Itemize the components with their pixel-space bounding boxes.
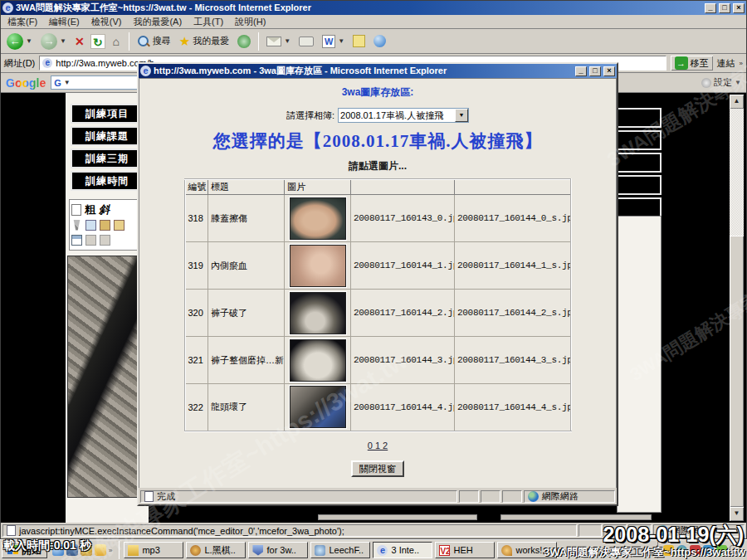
print-icon	[299, 37, 314, 46]
gear-icon	[701, 78, 711, 88]
filename-link[interactable]: 20080117_160144_3.jpg	[351, 337, 455, 384]
quicklaunch-chevron-icon[interactable]: »	[109, 547, 112, 554]
horizontal-scrollbar-segment[interactable]	[500, 514, 652, 520]
task-internet-explorer[interactable]: e3 Inte..	[373, 542, 432, 558]
photo-thumbnail[interactable]	[290, 292, 346, 334]
scroll-down-icon[interactable]: ▼	[730, 507, 744, 521]
background-table-row	[617, 153, 662, 173]
filename-link[interactable]: 20080117_160144_2_s.jpg	[455, 290, 571, 337]
refresh-button[interactable]: ↻	[90, 34, 105, 49]
document-icon	[144, 491, 154, 502]
filename-link[interactable]: 20080117_160144_4_s.jpg	[455, 384, 571, 431]
new-document-icon[interactable]	[71, 204, 81, 216]
google-dropdown-icon[interactable]: ▼	[64, 79, 71, 86]
vertical-scrollbar[interactable]: ▲ ▼	[730, 95, 744, 521]
mail-button[interactable]: ▼	[264, 35, 293, 48]
menu-edit[interactable]: 編輯(E)	[49, 16, 80, 28]
menu-file[interactable]: 檔案(F)	[7, 16, 37, 28]
filename-link[interactable]: 20080117_160144_3_s.jpg	[455, 337, 571, 384]
insert-table-icon[interactable]	[71, 235, 82, 246]
outlook-quicklaunch-icon[interactable]	[95, 544, 106, 556]
google-settings-button[interactable]: 設定 ▼	[701, 76, 741, 89]
back-dropdown-icon[interactable]: ▼	[26, 37, 32, 45]
app-icon	[190, 545, 201, 556]
album-select[interactable]: 2008.01.17車禍.人被撞飛 ▼	[338, 108, 469, 123]
popup-status-bar: 完成 網際網路	[139, 488, 617, 504]
links-chevron-icon[interactable]: »	[740, 60, 743, 67]
forward-button[interactable]: →▼	[38, 32, 69, 51]
horizontal-scrollbar-segment[interactable]	[318, 514, 477, 520]
wysiwyg-editor-toolbar: 粗 斜	[69, 199, 145, 251]
cut-icon[interactable]	[71, 220, 82, 231]
filename-link[interactable]: 20080117_160144_1_s.jpg	[455, 242, 571, 290]
popup-close-button[interactable]: ×	[603, 66, 615, 76]
notes-button[interactable]	[350, 33, 368, 49]
filename-link[interactable]: 20080117_160144_0_s.jpg	[455, 195, 571, 242]
menu-favorites[interactable]: 我的最愛(A)	[133, 16, 182, 28]
filename-link[interactable]: 20080117_160144_2.jpg	[351, 290, 455, 337]
table-row: 321 褲子整個磨掉…新的 20080117_160144_3.jpg 2008…	[185, 337, 571, 384]
task-heh[interactable]: V2HEH	[435, 542, 495, 558]
stop-button[interactable]: ✕	[72, 34, 87, 49]
task-app-2[interactable]: for 3w..	[248, 542, 308, 558]
task-app-1[interactable]: L.黑棋..	[186, 542, 246, 558]
paste-word-icon[interactable]	[114, 220, 124, 231]
forward-dropdown-icon[interactable]: ▼	[60, 37, 66, 45]
sidebar-item-training-4[interactable]: 訓練時間	[71, 171, 144, 191]
menu-tools[interactable]: 工具(T)	[193, 16, 223, 28]
photo-thumbnail[interactable]	[290, 197, 346, 240]
task-mp3[interactable]: mp3	[124, 542, 183, 558]
minimize-button[interactable]: _	[705, 3, 716, 13]
menu-help[interactable]: 說明(H)	[235, 16, 266, 28]
background-table-row	[617, 130, 662, 150]
popup-window-title: http://3wa.myweb.com - 3wa圖庫存放區 - Micros…	[154, 65, 573, 77]
popup-maximize-button[interactable]: □	[589, 66, 601, 76]
edit-button[interactable]: W▼	[320, 33, 347, 50]
table-row: 319 內側瘀血 20080117_160144_1.jpg 20080117_…	[185, 242, 571, 290]
italic-button[interactable]: 斜	[99, 202, 110, 217]
filename-link[interactable]: 20080117_160144_4.jpg	[351, 384, 455, 431]
photo-thumbnail[interactable]	[290, 386, 346, 428]
gravel-photo[interactable]	[67, 256, 144, 498]
close-button[interactable]: ×	[733, 3, 745, 13]
gallery-heading: 3wa圖庫存放區:	[139, 85, 616, 100]
menu-view[interactable]: 檢視(V)	[91, 16, 122, 28]
scroll-up-icon[interactable]: ▲	[730, 95, 744, 109]
maximize-button[interactable]: □	[719, 3, 730, 13]
sidebar-item-training-3[interactable]: 訓練三期	[71, 149, 144, 168]
watermark-site-url: 3WA問題解決專家工作室~https://3wat.tw	[544, 545, 745, 560]
go-button[interactable]: → 移至	[671, 56, 713, 71]
popup-titlebar[interactable]: e http://3wa.myweb.com - 3wa圖庫存放區 - Micr…	[139, 64, 617, 78]
sidebar-item-training-2[interactable]: 訓練課題	[71, 126, 144, 146]
back-icon: ←	[7, 33, 23, 50]
bold-button[interactable]: 粗	[85, 202, 95, 217]
home-button[interactable]: ⌂	[109, 34, 124, 49]
photo-thumbnail[interactable]	[290, 245, 346, 287]
paste-icon[interactable]	[100, 220, 110, 231]
filename-link[interactable]: 20080117_160144_1.jpg	[351, 242, 455, 290]
background-table-row	[617, 197, 662, 217]
close-window-button[interactable]: 關閉視窗	[351, 460, 404, 477]
page-icon: e	[42, 58, 52, 68]
sidebar-item-training-1[interactable]: 訓練項目	[71, 104, 144, 124]
task-leech[interactable]: LeechF..	[310, 542, 370, 558]
back-button[interactable]: ←▼	[4, 32, 35, 51]
print-button[interactable]	[296, 35, 316, 48]
address-label: 網址(D)	[4, 57, 35, 70]
history-button[interactable]	[235, 33, 253, 50]
links-label[interactable]: 連結	[717, 57, 735, 70]
google-search-input[interactable]: G ▼	[51, 75, 150, 90]
pagination-links[interactable]: 0 1 2	[139, 441, 616, 450]
photo-thumbnail[interactable]	[290, 339, 346, 382]
scrollbar-thumb[interactable]	[730, 236, 744, 507]
popup-minimize-button[interactable]: _	[575, 66, 587, 76]
messenger-button[interactable]	[371, 33, 388, 49]
filename-link[interactable]: 20080117_160143_0.jpg	[351, 195, 455, 242]
search-button[interactable]: 搜尋	[134, 33, 173, 50]
main-titlebar[interactable]: e 3WA問題解決專家工作室~https://3wat.tw - Microso…	[1, 1, 746, 15]
favorites-button[interactable]: ★我的最愛	[177, 32, 232, 51]
header-title: 標題	[208, 179, 285, 195]
select-dropdown-icon[interactable]: ▼	[455, 109, 468, 122]
edit-word-icon: W	[322, 35, 335, 48]
copy-icon[interactable]	[85, 220, 96, 231]
